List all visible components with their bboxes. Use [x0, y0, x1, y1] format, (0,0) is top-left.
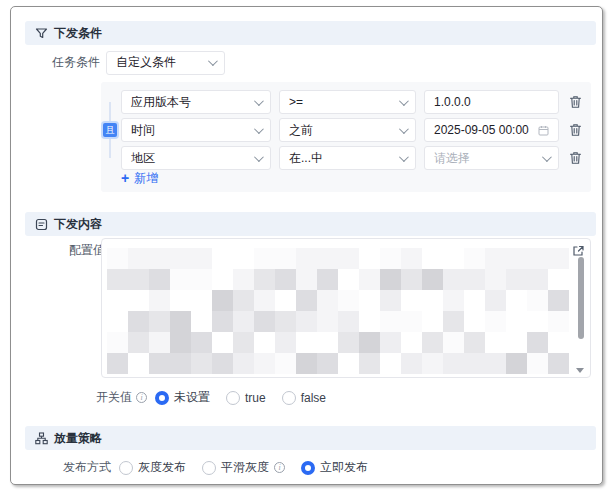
config-panel: 下发条件 任务条件 自定义条件 且 应用版本号 >= 1.0.0. [10, 6, 603, 485]
condition-row: 时间 之前 2025-09-05 00:00 [121, 118, 583, 142]
config-value-editor[interactable] [101, 238, 591, 378]
radio-label: false [301, 391, 326, 405]
config-value-label: 配置值 [69, 242, 105, 259]
task-condition-select[interactable]: 自定义条件 [106, 51, 225, 75]
trash-icon [569, 151, 582, 165]
add-condition-button[interactable]: 新增 [121, 170, 158, 187]
editor-scrollbar-thumb[interactable] [578, 257, 584, 339]
radio-label: 未设置 [174, 389, 210, 406]
expand-editor-button[interactable] [571, 244, 585, 258]
condition-value-input[interactable]: 1.0.0.0 [424, 90, 559, 114]
condition-operator-value: >= [289, 95, 303, 109]
calendar-icon [538, 125, 549, 136]
condition-value-select[interactable]: 请选择 [424, 146, 559, 170]
radio-option-unset[interactable]: 未设置 [155, 389, 210, 406]
section-title: 下发条件 [54, 25, 102, 42]
chevron-down-icon [254, 96, 264, 106]
radio-label: 平滑灰度 [221, 459, 269, 476]
radio-option-false[interactable]: false [282, 391, 326, 405]
publish-method-label: 发布方式 [63, 459, 111, 476]
add-condition-label: 新增 [134, 170, 158, 187]
delete-condition-button[interactable] [567, 146, 583, 170]
condition-field-value: 时间 [131, 122, 155, 139]
condition-value: 1.0.0.0 [434, 95, 471, 109]
condition-date-input[interactable]: 2025-09-05 00:00 [424, 118, 559, 142]
chevron-down-icon [208, 56, 218, 66]
task-condition-row: 任务条件 自定义条件 [52, 50, 225, 75]
radio-label: true [245, 391, 266, 405]
radio-icon [226, 391, 240, 405]
radio-option-immediate-release[interactable]: 立即发布 [301, 459, 368, 476]
task-condition-label: 任务条件 [52, 54, 100, 71]
delete-condition-button[interactable] [567, 90, 583, 114]
chevron-down-icon [399, 152, 409, 162]
chevron-down-icon [399, 96, 409, 106]
chevron-down-icon [542, 152, 552, 162]
trash-icon [569, 123, 582, 137]
radio-label: 立即发布 [320, 459, 368, 476]
chevron-down-icon [254, 124, 264, 134]
radio-selected-icon [155, 391, 169, 405]
condition-operator-value: 之前 [289, 122, 313, 139]
condition-field-value: 地区 [131, 150, 155, 167]
radio-label: 灰度发布 [138, 459, 186, 476]
publish-method-radio-group: 灰度发布 平滑灰度 立即发布 [119, 459, 368, 476]
condition-value: 2025-09-05 00:00 [434, 123, 529, 137]
switch-value-row: 开关值 未设置 true false [96, 389, 326, 406]
delete-condition-button[interactable] [567, 118, 583, 142]
condition-row: 应用版本号 >= 1.0.0.0 [121, 90, 583, 114]
switch-value-radio-group: 未设置 true false [155, 389, 326, 406]
publish-method-row: 发布方式 灰度发布 平滑灰度 立即发布 [63, 459, 368, 476]
section-header-strategy: 放量策略 [25, 426, 596, 450]
radio-option-smooth-gray[interactable]: 平滑灰度 [202, 459, 285, 476]
radio-icon [119, 461, 133, 475]
condition-operator-select[interactable]: 之前 [279, 118, 416, 142]
task-condition-value: 自定义条件 [116, 54, 176, 71]
chevron-down-icon [254, 152, 264, 162]
condition-group-panel: 且 应用版本号 >= 1.0.0.0 [101, 82, 591, 192]
radio-selected-icon [301, 461, 315, 475]
radio-option-gray-release[interactable]: 灰度发布 [119, 459, 186, 476]
info-icon [136, 392, 147, 403]
trash-icon [569, 95, 582, 109]
section-header-conditions: 下发条件 [25, 21, 596, 45]
condition-field-select[interactable]: 地区 [121, 146, 271, 170]
and-connector-badge[interactable]: 且 [103, 123, 117, 137]
editor-scrollbar-down-arrow[interactable] [576, 368, 584, 373]
radio-icon [202, 461, 216, 475]
condition-field-value: 应用版本号 [131, 94, 191, 111]
radio-icon [282, 391, 296, 405]
rollout-icon [35, 432, 48, 445]
condition-rows: 应用版本号 >= 1.0.0.0 时间 [121, 90, 583, 174]
plus-icon [121, 171, 129, 186]
section-title: 放量策略 [54, 430, 102, 447]
content-icon [35, 218, 48, 231]
condition-operator-select[interactable]: 在...中 [279, 146, 416, 170]
section-title: 下发内容 [54, 216, 102, 233]
condition-field-select[interactable]: 应用版本号 [121, 90, 271, 114]
condition-value-placeholder: 请选择 [434, 150, 470, 167]
condition-row: 地区 在...中 请选择 [121, 146, 583, 170]
radio-option-true[interactable]: true [226, 391, 266, 405]
switch-value-label: 开关值 [96, 389, 132, 406]
section-header-content: 下发内容 [25, 212, 596, 236]
redacted-config-mosaic [107, 248, 569, 374]
condition-field-select[interactable]: 时间 [121, 118, 271, 142]
expand-icon [571, 244, 585, 258]
condition-operator-value: 在...中 [289, 150, 323, 167]
chevron-down-icon [399, 124, 409, 134]
condition-operator-select[interactable]: >= [279, 90, 416, 114]
filter-icon [35, 27, 48, 40]
info-icon [274, 462, 285, 473]
